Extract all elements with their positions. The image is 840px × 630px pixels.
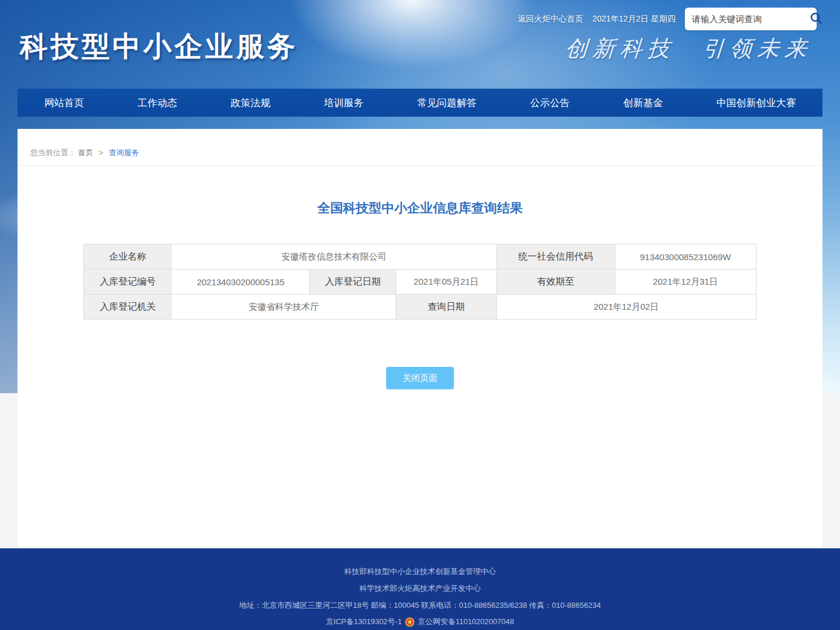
company-name-label-cell: 企业名称 xyxy=(84,244,172,270)
nav-item-faq[interactable]: 常见问题解答 xyxy=(411,89,482,117)
reg-authority-value-cell: 安徽省科学技术厅 xyxy=(172,295,396,320)
reg-number-label-cell: 入库登记编号 xyxy=(84,270,172,295)
nav-item-innovation-competition[interactable]: 中国创新创业大赛 xyxy=(710,89,802,117)
breadcrumb-prefix: 您当前位置： xyxy=(30,148,76,157)
credit-code-label-cell: 统一社会信用代码 xyxy=(496,244,615,270)
site-slogan: 创新科技 引领未来 xyxy=(564,34,813,64)
main-content-card: 您当前位置： 首页 > 查询服务 全国科技型中小企业信息库查询结果 企业名称 安… xyxy=(18,129,822,548)
breadcrumb: 您当前位置： 首页 > 查询服务 xyxy=(18,129,822,166)
main-nav: 网站首页 工作动态 政策法规 培训服务 常见问题解答 公示公告 创新基金 中国创… xyxy=(18,89,822,117)
icp-number: 京ICP备13019302号-1 xyxy=(326,617,402,627)
breadcrumb-separator: > xyxy=(99,148,103,157)
query-date-label-cell: 查询日期 xyxy=(396,295,496,320)
site-title: 科技型中小企业服务 xyxy=(20,28,298,65)
nav-item-innovation-fund[interactable]: 创新基金 xyxy=(617,89,668,117)
query-date-value-cell: 2021年12月02日 xyxy=(496,295,756,320)
nav-item-training[interactable]: 培训服务 xyxy=(318,89,369,117)
current-date-text: 2021年12月2日 星期四 xyxy=(593,14,676,24)
search-button[interactable] xyxy=(808,10,824,28)
valid-until-value-cell: 2021年12月31日 xyxy=(615,270,756,295)
back-to-torch-center-link[interactable]: 返回火炬中心首页 xyxy=(518,14,583,24)
valid-until-label-cell: 有效期至 xyxy=(496,270,615,295)
footer: 科技部科技型中小企业技术创新基金管理中心 科学技术部火炬高技术产业开发中心 地址… xyxy=(0,548,840,630)
footer-contact-line: 地址：北京市西城区三里河二区甲18号 邮编：100045 联系电话：010-88… xyxy=(0,600,840,611)
credit-code-value-cell: 91340300085231069W xyxy=(615,244,756,270)
search-box xyxy=(685,8,817,30)
nav-item-work-news[interactable]: 工作动态 xyxy=(132,89,183,117)
reg-number-value-cell: 202134030200005135 xyxy=(172,270,310,295)
query-result-table: 企业名称 安徽塔孜信息技术有限公司 统一社会信用代码 9134030008523… xyxy=(83,244,756,320)
reg-authority-label-cell: 入库登记机关 xyxy=(84,295,172,320)
table-row: 企业名称 安徽塔孜信息技术有限公司 统一社会信用代码 9134030008523… xyxy=(84,244,756,270)
footer-org-line-1: 科技部科技型中小企业技术创新基金管理中心 xyxy=(0,566,840,578)
reg-date-value-cell: 2021年05月21日 xyxy=(396,270,496,295)
breadcrumb-current-link[interactable]: 查询服务 xyxy=(108,148,139,157)
nav-item-policies[interactable]: 政策法规 xyxy=(225,89,276,117)
footer-org-line-2: 科学技术部火炬高技术产业开发中心 xyxy=(0,583,840,594)
site-header: 返回火炬中心首页 2021年12月2日 星期四 科技型中小企业服务 创新科技 引… xyxy=(0,0,840,89)
nav-item-announcements[interactable]: 公示公告 xyxy=(524,89,576,117)
table-row: 入库登记编号 202134030200005135 入库登记日期 2021年05… xyxy=(84,270,756,295)
nav-item-home[interactable]: 网站首页 xyxy=(38,89,90,117)
page: 返回火炬中心首页 2021年12月2日 星期四 科技型中小企业服务 创新科技 引… xyxy=(0,0,840,630)
company-name-value-cell: 安徽塔孜信息技术有限公司 xyxy=(172,244,496,270)
search-icon xyxy=(809,11,823,27)
page-title: 全国科技型中小企业信息库查询结果 xyxy=(18,200,822,217)
search-input[interactable] xyxy=(692,14,808,24)
close-page-button[interactable]: 关闭页面 xyxy=(386,367,454,389)
breadcrumb-home-link[interactable]: 首页 xyxy=(78,148,93,157)
police-badge-icon xyxy=(405,617,415,627)
table-row: 入库登记机关 安徽省科学技术厅 查询日期 2021年12月02日 xyxy=(84,295,756,320)
reg-date-label-cell: 入库登记日期 xyxy=(310,270,396,295)
top-utility-bar: 返回火炬中心首页 2021年12月2日 星期四 xyxy=(518,8,817,30)
police-record-number: 京公网安备11010202007048 xyxy=(418,617,514,627)
footer-icp-row: 京ICP备13019302号-1 京公网安备11010202007048 xyxy=(0,617,840,627)
